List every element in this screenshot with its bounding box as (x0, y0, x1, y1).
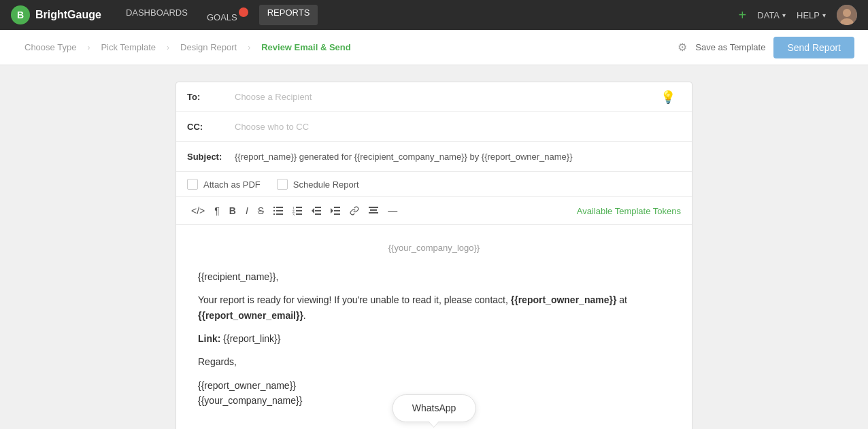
email-logo-token: {{your_company_logo}} (198, 241, 670, 256)
toolbar-code-btn[interactable]: </> (187, 203, 209, 219)
svg-rect-22 (334, 207, 340, 208)
toolbar-hr-btn[interactable]: — (384, 203, 401, 219)
toolbar-link-btn[interactable] (346, 203, 363, 218)
email-panel: To: 💡 CC: Subject: {{report_name}} gener… (176, 82, 692, 429)
svg-rect-16 (296, 213, 302, 215)
svg-rect-6 (276, 207, 283, 208)
svg-rect-18 (315, 207, 321, 208)
cc-input[interactable] (235, 116, 681, 137)
svg-rect-12 (296, 207, 302, 208)
step-review-email[interactable]: Review Email & Send (250, 42, 362, 52)
brand-name: BrightGauge (35, 9, 101, 21)
send-report-button[interactable]: Send Report (773, 37, 854, 58)
toolbar-italic-btn[interactable]: I (241, 203, 252, 219)
toolbar-outdent-btn[interactable] (307, 204, 325, 218)
subject-value: {{report_name}} generated for {{recipien… (235, 146, 573, 167)
svg-rect-8 (276, 210, 283, 211)
toolbar-unordered-list-btn[interactable] (269, 203, 287, 218)
svg-rect-14 (296, 210, 302, 211)
toolbar-ordered-list-btn[interactable]: 1.2.3. (288, 203, 306, 218)
toolbar-indent-btn[interactable] (327, 204, 344, 218)
step-bar: Choose Type › Pick Template › Design Rep… (0, 30, 868, 65)
svg-text:3.: 3. (293, 213, 295, 216)
cc-label: CC: (187, 122, 235, 132)
schedule-report-label: Schedule Report (293, 179, 359, 190)
svg-point-3 (843, 9, 851, 17)
settings-gear-icon[interactable]: ⚙ (678, 41, 687, 54)
main-content: To: 💡 CC: Subject: {{report_name}} gener… (0, 65, 868, 429)
subject-field: Subject: {{report_name}} generated for {… (176, 142, 692, 172)
avatar-icon (837, 5, 857, 25)
nav-right: + DATA ▾ HELP ▾ (739, 5, 857, 25)
nav-help-menu[interactable]: HELP ▾ (797, 10, 826, 20)
svg-rect-23 (334, 210, 340, 211)
svg-rect-5 (273, 207, 275, 208)
add-plus-button[interactable]: + (739, 7, 747, 23)
step-pick-template[interactable]: Pick Template (90, 42, 167, 52)
schedule-report-option[interactable]: Schedule Report (277, 179, 359, 190)
whatsapp-bubble[interactable]: WhatsApp (393, 394, 476, 422)
top-nav: B BrightGauge DASHBOARDS GOALS REPORTS +… (0, 0, 868, 30)
nav-reports[interactable]: REPORTS (259, 5, 318, 25)
svg-rect-24 (334, 213, 340, 215)
brand-logo-link[interactable]: B BrightGauge (11, 5, 101, 24)
toolbar-align-btn[interactable] (365, 204, 382, 218)
svg-rect-27 (369, 212, 378, 213)
cc-field: CC: (176, 112, 692, 142)
svg-rect-7 (273, 210, 275, 211)
svg-rect-20 (315, 213, 321, 215)
save-template-button[interactable]: Save as Template (695, 42, 765, 52)
attach-pdf-option[interactable]: Attach as PDF (187, 179, 261, 190)
goals-badge (239, 7, 248, 17)
email-message: Your report is ready for viewing! If you… (198, 292, 670, 323)
lightbulb-button[interactable]: 💡 (655, 87, 681, 107)
to-input[interactable] (235, 86, 655, 107)
data-chevron-icon: ▾ (782, 12, 786, 19)
email-regards: Regards, (198, 354, 670, 369)
svg-rect-9 (273, 213, 275, 215)
schedule-report-checkbox[interactable] (277, 179, 288, 190)
svg-rect-26 (370, 209, 377, 211)
to-label: To: (187, 92, 235, 102)
email-body: {{your_company_logo}} {{recipient_name}}… (176, 225, 692, 429)
available-tokens-link[interactable]: Available Template Tokens (577, 206, 681, 216)
toolbar-bold-btn[interactable]: B (225, 203, 240, 219)
svg-marker-17 (312, 208, 314, 213)
nav-goals[interactable]: GOALS (199, 5, 256, 25)
nav-links: DASHBOARDS GOALS REPORTS (118, 5, 722, 25)
editor-toolbar: </> ¶ B I S 1.2.3. — Availa (176, 197, 692, 225)
step-design-report[interactable]: Design Report (169, 42, 248, 52)
toolbar-strikethrough-btn[interactable]: S (254, 203, 268, 219)
attach-pdf-label: Attach as PDF (203, 179, 261, 190)
toolbar-paragraph-btn[interactable]: ¶ (210, 203, 224, 219)
email-greeting: {{recipient_name}}, (198, 269, 670, 284)
svg-marker-21 (331, 208, 333, 213)
email-link: Link: {{report_link}} (198, 331, 670, 346)
svg-text:B: B (17, 10, 24, 20)
help-chevron-icon: ▾ (822, 12, 826, 19)
brand-logo-icon: B (11, 5, 30, 24)
step-bar-actions: ⚙ Save as Template Send Report (678, 37, 854, 58)
attach-pdf-checkbox[interactable] (187, 179, 198, 190)
to-field: To: 💡 (176, 82, 692, 112)
user-avatar[interactable] (837, 5, 857, 25)
svg-rect-10 (276, 213, 283, 215)
svg-rect-25 (369, 207, 378, 208)
subject-label: Subject: (187, 152, 235, 162)
options-row: Attach as PDF Schedule Report (176, 172, 692, 197)
svg-rect-19 (315, 210, 321, 211)
step-choose-type[interactable]: Choose Type (14, 42, 87, 52)
nav-data-menu[interactable]: DATA ▾ (757, 10, 786, 20)
nav-dashboards[interactable]: DASHBOARDS (118, 5, 196, 25)
